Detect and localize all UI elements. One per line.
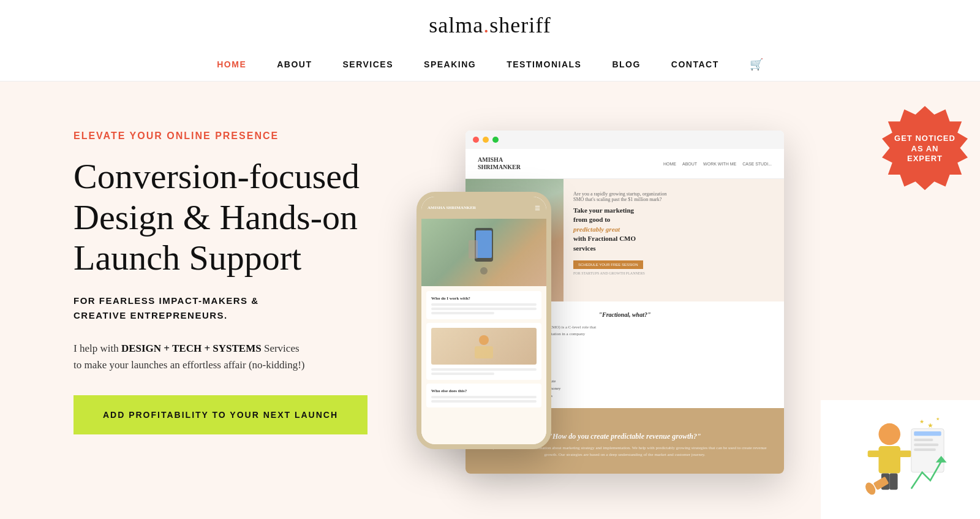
illustration-container: ★ ★ ★ [821,400,980,519]
svg-text:★: ★ [919,419,924,425]
desktop-hero-subtext: FOR STARTUPS AND GROWTH PLANNERS [573,271,774,275]
phone-line [431,396,537,398]
svg-rect-13 [914,431,941,436]
svg-rect-2 [469,240,478,259]
desktop-nav: AMISHASHRIMANKER HOME ABOUT WORK WITH ME… [466,149,784,179]
hero-left-content: ELEVATE YOUR ONLINE PRESENCE Conversion-… [0,81,417,519]
phone-content: AMISHA SHRIMANKER ☰ [421,197,546,444]
main-nav: HOME ABOUT SERVICES SPEAKING TESTIMONIAL… [0,49,980,81]
hero-cta-button[interactable]: ADD PROFITABILITY TO YOUR NEXT LAUNCH [74,395,368,434]
desktop-logo: AMISHASHRIMANKER [478,156,521,171]
nav-item-testimonials[interactable]: TESTIMONIALS [507,59,581,69]
nav-item-contact[interactable]: CONTACT [671,59,719,69]
hero-eyebrow: ELEVATE YOUR ONLINE PRESENCE [74,131,380,142]
badge-container: GET NOTICED AS AN EXPERT [882,106,968,192]
svg-point-3 [480,267,488,275]
badge-star: GET NOTICED AS AN EXPERT [882,106,968,192]
phone-illustration-svg [469,331,499,362]
phone-line [431,368,537,371]
svg-point-4 [479,335,489,345]
logo-text-after: sheriff [489,13,551,37]
phone-section-title: Who do I work with? [431,296,537,301]
phone-section-block [426,323,541,380]
desktop-hero-small-text: Are you a rapidly growing startup, organ… [573,191,774,202]
svg-text:★: ★ [927,422,933,429]
logo-dot: . [483,13,489,37]
phone-line-short [431,312,494,314]
desktop-nav-link: ABOUT [682,162,697,166]
desktop-nav-link: CASE STUDI... [742,162,772,166]
svg-rect-5 [475,346,493,358]
desktop-titlebar [466,131,784,149]
illustration-svg: ★ ★ ★ [845,412,956,510]
desktop-hero-button: SCHEDULE YOUR FREE SESSION [573,260,643,269]
site-header: salma.sheriff HOME ABOUT SERVICES SPEAKI… [0,0,980,81]
svg-rect-11 [889,474,897,490]
desktop-hero-heading: Take your marketingfrom good topredictab… [573,206,774,253]
svg-text:★: ★ [936,417,940,422]
site-logo[interactable]: salma.sheriff [0,12,980,38]
phone-hero-image [421,219,546,286]
phone-section-block: Who do I work with? [426,291,541,319]
phone-mockup: AMISHA SHRIMANKER ☰ [417,192,551,449]
nav-item-speaking[interactable]: SPEAKING [424,59,476,69]
svg-point-6 [878,423,900,445]
svg-rect-16 [914,449,936,451]
nav-item-services[interactable]: SERVICES [343,59,394,69]
hero-subheadline: FOR FEARLESS IMPACT-MAKERS &CREATIVE ENT… [74,294,380,323]
hero-body: I help with DESIGN + TECH + SYSTEMS Serv… [74,340,380,373]
traffic-light-yellow [483,137,489,143]
phone-line [431,308,537,310]
nav-item-blog[interactable]: BLOG [612,59,640,69]
phone-section-lines [431,368,537,375]
phone-line [431,303,537,306]
phone-section-block: Who else does this? [426,384,541,407]
desktop-nav-link: WORK WITH ME [703,162,736,166]
hero-section: ELEVATE YOUR ONLINE PRESENCE Conversion-… [0,81,980,519]
svg-rect-15 [914,444,938,446]
hero-right-mockups: GET NOTICED AS AN EXPERT AMISHASHRIMANKE… [417,81,980,519]
svg-rect-7 [878,446,900,473]
phone-logo: AMISHA SHRIMANKER [428,205,476,210]
nav-item-home[interactable]: HOME [217,59,246,69]
phone-sections: Who do I work with? [421,286,546,416]
phone-section-lines [431,303,537,314]
phone-section-image [431,328,537,365]
hero-headline: Conversion-focused Design & Hands-on Lau… [74,156,380,279]
desktop-nav-link: HOME [663,162,676,166]
svg-rect-1 [476,230,492,258]
traffic-light-green [492,137,499,143]
desktop-nav-links: HOME ABOUT WORK WITH ME CASE STUDI... [663,162,772,166]
svg-rect-8 [868,450,880,457]
nav-item-about[interactable]: ABOUT [277,59,312,69]
phone-hero-svg [459,222,508,283]
phone-line [431,400,537,403]
cart-icon[interactable]: 🛒 [750,58,763,71]
phone-section-lines [431,396,537,403]
logo-text-before: salma [429,13,483,37]
phone-line-short [431,373,494,375]
phone-nav-icon: ☰ [535,205,540,211]
traffic-light-red [473,137,479,143]
phone-nav: AMISHA SHRIMANKER ☰ [421,197,546,219]
badge-text: GET NOTICED AS AN EXPERT [888,127,962,171]
desktop-hero-text: Are you a rapidly growing startup, organ… [564,179,784,301]
svg-rect-9 [899,450,911,457]
svg-rect-14 [914,439,933,441]
phone-section-title: Who else does this? [431,388,537,393]
